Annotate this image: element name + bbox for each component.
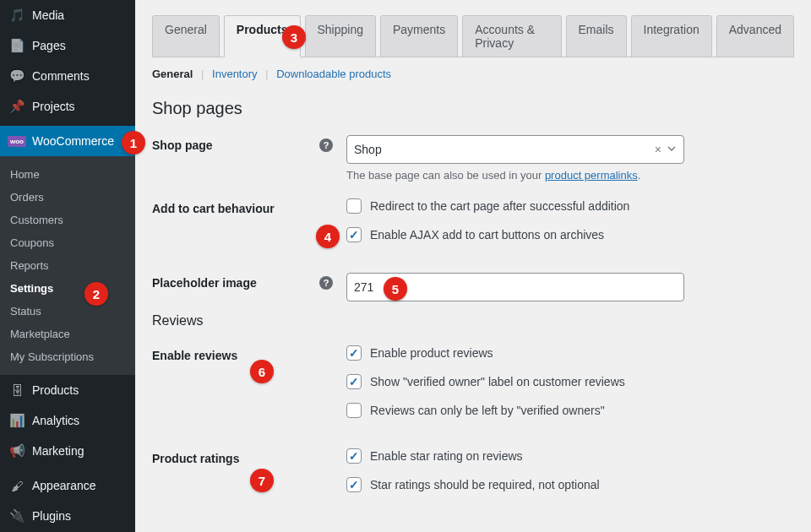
menu-media-label: Media: [32, 8, 64, 22]
tab-integration[interactable]: Integration: [631, 15, 712, 57]
enable-reviews-label: Enable reviews: [152, 349, 237, 362]
tab-general[interactable]: General: [152, 15, 220, 57]
shop-page-select[interactable]: Shop ×: [346, 135, 684, 164]
enable-product-reviews-checkbox[interactable]: [346, 345, 362, 361]
placeholder-label: Placeholder image: [152, 276, 257, 290]
only-verified-label: Reviews can only be left by "verified ow…: [370, 404, 605, 417]
appearance-icon: 🖌: [8, 477, 25, 494]
product-ratings-row: Product ratings Enable star rating on re…: [152, 448, 794, 506]
menu-appearance-label: Appearance: [32, 479, 96, 492]
analytics-icon: 📊: [8, 412, 25, 429]
reviews-title: Reviews: [152, 313, 794, 328]
annotation-badge-1: 1: [122, 131, 145, 155]
redirect-checkbox-row: Redirect to the cart page after successf…: [346, 198, 794, 214]
redirect-checkbox-label: Redirect to the cart page after successf…: [370, 199, 629, 213]
shop-pages-title: Shop pages: [152, 99, 794, 118]
placeholder-image-row: Placeholder image ?: [152, 273, 794, 301]
section-downloadable[interactable]: Downloadable products: [276, 68, 391, 80]
add-to-cart-label: Add to cart behaviour: [152, 202, 275, 215]
tab-advanced[interactable]: Advanced: [716, 15, 794, 57]
ajax-checkbox-row: Enable AJAX add to cart buttons on archi…: [346, 227, 794, 242]
menu-pages-label: Pages: [32, 39, 66, 52]
shop-page-row: Shop page ? Shop × The base page can als…: [152, 135, 794, 182]
menu-projects-label: Projects: [32, 100, 75, 113]
menu-products-label: Products: [32, 383, 79, 397]
menu-pages[interactable]: 📄Pages: [0, 30, 135, 61]
menu-woocommerce[interactable]: woo WooCommerce: [0, 126, 135, 156]
submenu-settings[interactable]: Settings: [0, 277, 135, 300]
verified-label-label: Show "verified owner" label on customer …: [370, 375, 625, 388]
main-content: General Products Shipping Payments Accou…: [135, 0, 811, 532]
comments-icon: 💬: [8, 68, 25, 84]
submenu-orders[interactable]: Orders: [0, 186, 135, 209]
clear-icon[interactable]: ×: [655, 143, 661, 156]
ajax-checkbox-label: Enable AJAX add to cart buttons on archi…: [370, 228, 604, 242]
annotation-badge-2: 2: [84, 282, 108, 306]
submenu-home[interactable]: Home: [0, 163, 135, 186]
menu-media[interactable]: 🎵Media: [0, 0, 135, 30]
help-icon[interactable]: ?: [319, 138, 333, 152]
submenu-marketplace[interactable]: Marketplace: [0, 323, 135, 345]
verified-label-checkbox[interactable]: [346, 374, 362, 389]
menu-marketing-label: Marketing: [32, 444, 84, 458]
annotation-badge-5: 5: [384, 277, 407, 301]
submenu-coupons[interactable]: Coupons: [0, 231, 135, 254]
menu-appearance[interactable]: 🖌Appearance: [0, 470, 135, 501]
enable-reviews-row: Enable reviews Enable product reviews Sh…: [152, 345, 794, 432]
star-required-checkbox[interactable]: [346, 477, 362, 492]
product-sections: General | Inventory | Downloadable produ…: [152, 57, 794, 90]
tab-accounts[interactable]: Accounts & Privacy: [462, 15, 561, 57]
menu-plugins-label: Plugins: [32, 509, 71, 523]
add-to-cart-row: Add to cart behaviour Redirect to the ca…: [152, 198, 794, 256]
annotation-badge-3: 3: [282, 25, 306, 49]
tab-shipping[interactable]: Shipping: [305, 15, 377, 57]
plugins-icon: 🔌: [8, 508, 25, 524]
submenu-reports[interactable]: Reports: [0, 254, 135, 277]
tab-emails[interactable]: Emails: [566, 15, 627, 57]
menu-plugins[interactable]: 🔌Plugins: [0, 501, 135, 531]
menu-woocommerce-label: WooCommerce: [32, 134, 114, 148]
submenu-customers[interactable]: Customers: [0, 209, 135, 231]
annotation-badge-7: 7: [250, 469, 274, 492]
menu-projects[interactable]: 📌Projects: [0, 91, 135, 122]
section-inventory[interactable]: Inventory: [212, 68, 257, 80]
woocommerce-icon: woo: [8, 133, 25, 149]
submenu-status[interactable]: Status: [0, 300, 135, 323]
shop-page-hint: The base page can also be used in your p…: [346, 169, 794, 182]
ajax-checkbox[interactable]: [346, 227, 362, 242]
media-icon: 🎵: [8, 7, 25, 24]
chevron-down-icon: [667, 143, 677, 156]
menu-comments[interactable]: 💬Comments: [0, 61, 135, 91]
pages-icon: 📄: [8, 37, 25, 54]
annotation-badge-4: 4: [316, 225, 340, 248]
only-verified-checkbox[interactable]: [346, 403, 362, 418]
product-ratings-label: Product ratings: [152, 452, 239, 465]
woocommerce-submenu: Home Orders Customers Coupons Reports Se…: [0, 156, 135, 375]
enable-star-label: Enable star rating on reviews: [370, 449, 523, 463]
marketing-icon: 📢: [8, 442, 25, 459]
menu-marketing[interactable]: 📢Marketing: [0, 436, 135, 466]
annotation-badge-6: 6: [250, 360, 274, 383]
redirect-checkbox[interactable]: [346, 198, 362, 214]
admin-sidebar: 🎵Media 📄Pages 💬Comments 📌Projects woo Wo…: [0, 0, 135, 532]
product-permalinks-link[interactable]: product permalinks: [545, 169, 638, 182]
menu-comments-label: Comments: [32, 69, 90, 83]
enable-star-checkbox[interactable]: [346, 448, 362, 464]
enable-product-reviews-label: Enable product reviews: [370, 346, 493, 360]
star-required-label: Star ratings should be required, not opt…: [370, 478, 600, 491]
help-icon[interactable]: ?: [319, 276, 333, 290]
settings-tabs: General Products Shipping Payments Accou…: [152, 15, 794, 57]
menu-analytics-label: Analytics: [32, 414, 79, 427]
shop-page-label: Shop page: [152, 138, 213, 152]
projects-icon: 📌: [8, 98, 25, 115]
section-general[interactable]: General: [152, 68, 193, 80]
products-icon: 🗄: [8, 382, 25, 399]
menu-products[interactable]: 🗄Products: [0, 375, 135, 405]
shop-page-value: Shop: [354, 143, 655, 156]
submenu-subscriptions[interactable]: My Subscriptions: [0, 345, 135, 368]
tab-payments[interactable]: Payments: [380, 15, 458, 57]
menu-analytics[interactable]: 📊Analytics: [0, 405, 135, 436]
